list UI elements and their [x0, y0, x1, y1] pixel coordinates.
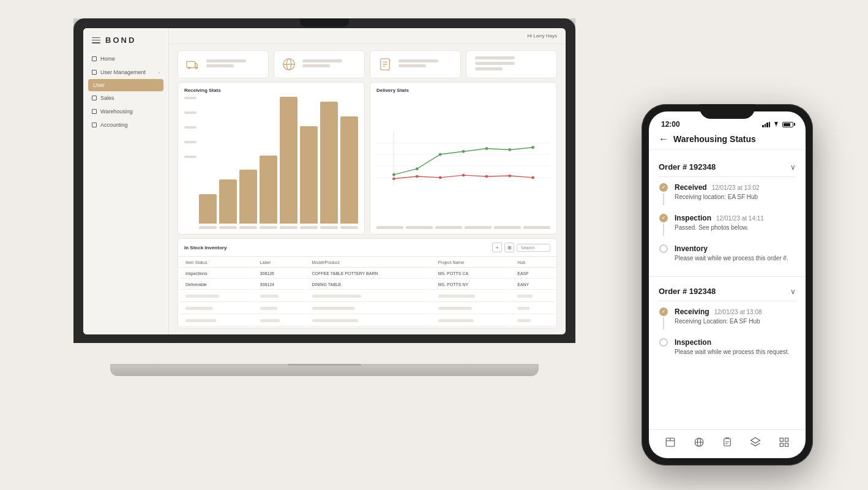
- inventory-data-table: Item Status Label Model/Product Project …: [178, 257, 556, 328]
- main-content: Hi Larry Hays: [169, 28, 566, 334]
- col-header-hub: Hub: [511, 258, 555, 268]
- inventory-table-section: In Stock Inventory + ⊞ Search Item Statu…: [178, 238, 557, 328]
- phone-nav-globe[interactable]: [693, 436, 705, 448]
- step-header-inspection-2: Inspection: [675, 338, 796, 347]
- phone-scroll-content[interactable]: Order # 192348 ∨ ✓: [649, 150, 806, 429]
- order-header-2[interactable]: Order # 192348 ∨: [649, 282, 806, 301]
- cell-label-0: 308126: [254, 269, 305, 279]
- step-header-receiving-2: Receiving 12/01/23 at 13:08: [675, 307, 796, 316]
- table-row[interactable]: Inspections 308126 COFFEE TABLE POTTERY …: [179, 269, 555, 279]
- step-header-received: Received 12/01/23 at 13:02: [675, 183, 796, 192]
- timeline-content-received: Received 12/01/23 at 13:02 Receiving loc…: [675, 183, 796, 205]
- timeline-circle-receiving-2: ✓: [659, 307, 668, 316]
- svg-point-16: [416, 167, 419, 170]
- orders-divider: [649, 276, 806, 277]
- sidebar-item-sales[interactable]: Sales: [83, 91, 168, 105]
- step-detail-received: Receiving location: EA SF Hub: [675, 193, 796, 202]
- x-label-5: [280, 226, 297, 229]
- skel: [438, 295, 475, 298]
- user-management-icon: [92, 70, 97, 75]
- sidebar-accounting-label: Accounting: [100, 122, 128, 128]
- grid-view-button[interactable]: ⊞: [504, 243, 514, 252]
- top-bar: Hi Larry Hays: [169, 28, 566, 44]
- skel: [312, 307, 355, 310]
- timeline-left-inspection-1: ✓: [659, 214, 668, 236]
- order-header-1[interactable]: Order # 192348 ∨: [649, 157, 806, 176]
- svg-point-20: [508, 148, 511, 151]
- laptop-bottom: [110, 364, 539, 376]
- truck-icon: [184, 56, 201, 73]
- sidebar-item-home[interactable]: Home: [83, 52, 168, 66]
- clipboard-icon: [721, 436, 733, 448]
- y-label-1: [184, 97, 196, 99]
- svg-rect-39: [780, 438, 783, 441]
- sidebar-item-accounting[interactable]: Accounting: [83, 118, 168, 132]
- stats-cards-row: [169, 44, 566, 82]
- sidebar-item-warehousing[interactable]: Warehousing: [83, 105, 168, 118]
- timeline-item-inspection-1: ✓ Inspection 12/01/23 at 14:11 Passed. S…: [659, 214, 796, 236]
- skel: [185, 307, 213, 310]
- bar-chart-wrapper: [199, 97, 358, 229]
- phone-nav-grid[interactable]: [778, 436, 790, 448]
- cell-hub-1: EANY: [511, 280, 555, 290]
- svg-point-17: [439, 153, 442, 156]
- phone-nav-layers[interactable]: [749, 436, 761, 448]
- bar-chart: [199, 97, 358, 224]
- phone-nav-clipboard[interactable]: [721, 436, 733, 448]
- timeline-line-1: [663, 193, 664, 205]
- step-detail-inspection-1: Passed. See photos below.: [675, 224, 796, 232]
- bar-segment: [340, 116, 358, 224]
- dx-label-5: [494, 226, 521, 229]
- sidebar-item-user-management[interactable]: User Management ›: [83, 66, 168, 79]
- order-accordion-2: Order # 192348 ∨ ✓: [649, 282, 806, 365]
- cell-status-1: Deliverable: [179, 280, 253, 290]
- sidebar-warehousing-label: Warehousing: [100, 108, 133, 115]
- timeline-circle-inspection-1: ✓: [659, 214, 668, 222]
- phone-app-title: Warehousing Status: [673, 134, 756, 144]
- globe-nav-icon: [693, 436, 705, 448]
- chart-x-labels: [199, 226, 358, 229]
- check-icon: ✓: [662, 185, 665, 190]
- table-row[interactable]: Deliverable 308124 DINING TABLE MS. POTT…: [179, 280, 555, 290]
- skel: [517, 319, 531, 322]
- y-label-4: [184, 141, 196, 143]
- line-chart-svg: [376, 97, 550, 224]
- wifi-icon: [773, 122, 780, 127]
- timeline-1: ✓ Received 12/01/23 at 13:02 Receiving l…: [649, 177, 806, 271]
- phone-nav-package[interactable]: [664, 436, 676, 448]
- back-button[interactable]: ←: [659, 134, 668, 145]
- bar-segment: [239, 170, 257, 224]
- stat-text-globe: [302, 59, 358, 69]
- timeline-left-inventory: [659, 244, 668, 265]
- y-label-2: [184, 111, 196, 114]
- hamburger-icon[interactable]: [92, 37, 100, 43]
- app-logo: BOND: [83, 36, 168, 52]
- phone-screen: 12:00: [649, 111, 806, 458]
- search-input[interactable]: Search: [517, 244, 550, 252]
- skel: [438, 307, 472, 310]
- add-row-button[interactable]: +: [492, 243, 502, 252]
- document-icon: [376, 56, 394, 73]
- skel: [312, 319, 358, 322]
- step-detail-inspection-2: Please wait while we process this reques…: [675, 348, 796, 356]
- y-label-3: [184, 126, 196, 129]
- stat-line-3: [302, 59, 342, 62]
- step-header-inventory: Inventory: [675, 244, 796, 253]
- phone-status-icons: [762, 122, 793, 127]
- step-detail-inventory: Please wait while we process this order …: [675, 254, 796, 263]
- stat-line-7: [475, 56, 515, 59]
- globe-icon: [280, 56, 297, 73]
- x-label-8: [340, 226, 358, 229]
- phone-bezel: 12:00: [642, 104, 813, 466]
- skel: [260, 319, 280, 322]
- skel: [517, 295, 533, 298]
- col-header-status: Item Status: [179, 258, 253, 268]
- timeline-item-inventory: Inventory Please wait while we process t…: [659, 244, 796, 265]
- x-label-4: [260, 226, 277, 229]
- svg-point-15: [392, 173, 395, 176]
- cell-model-1: DINING TABLE: [306, 280, 431, 290]
- sidebar-item-user[interactable]: User: [88, 79, 163, 91]
- bar-segment: [260, 156, 277, 224]
- step-date-inspection-1: 12/01/23 at 14:11: [716, 215, 764, 222]
- phone-app-header: ← Warehousing Status: [649, 131, 806, 150]
